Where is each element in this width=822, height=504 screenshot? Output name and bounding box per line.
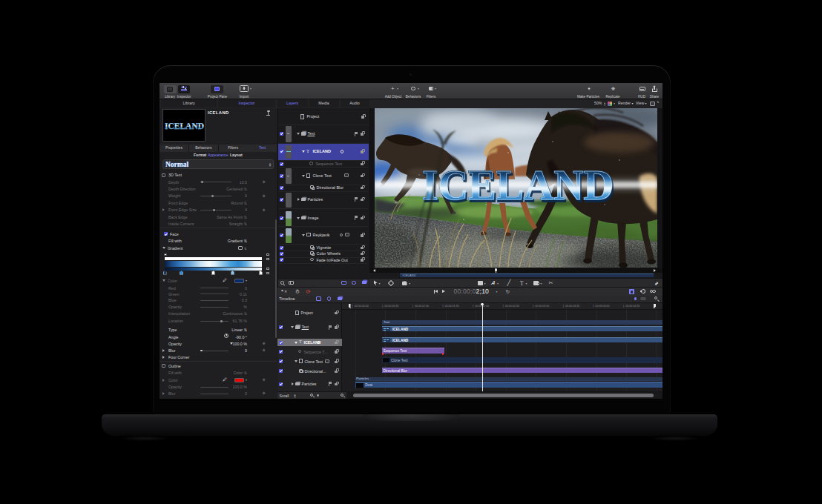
svg-text:ICELAND: ICELAND: [165, 120, 204, 131]
